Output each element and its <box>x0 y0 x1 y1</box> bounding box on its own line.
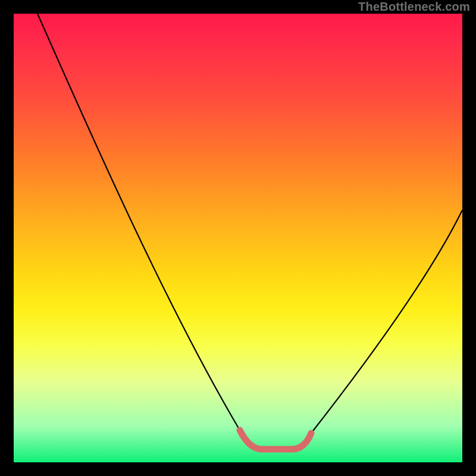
optimal-zone-marker <box>240 430 311 449</box>
bottleneck-curve-right <box>311 210 462 433</box>
curve-layer <box>14 14 462 462</box>
plot-area <box>14 14 462 462</box>
watermark-text: TheBottleneck.com <box>358 0 470 14</box>
bottleneck-curve-left <box>37 14 240 430</box>
chart-frame: TheBottleneck.com <box>0 0 476 476</box>
